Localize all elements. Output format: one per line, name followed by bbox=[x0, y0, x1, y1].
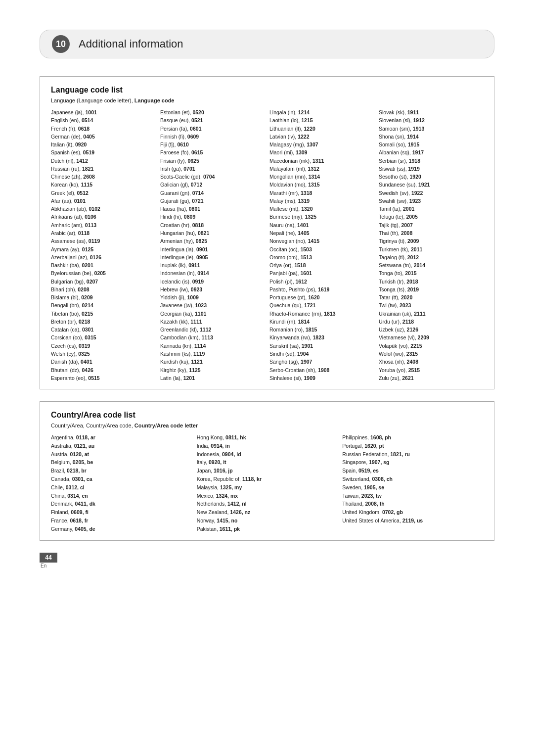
country-entry: Spain, 0519, es bbox=[342, 467, 483, 475]
language-subtitle-text: Language (Language code letter), bbox=[51, 97, 133, 103]
page-lang: En bbox=[41, 563, 46, 568]
lang-entry: Hindi (hi), 0809 bbox=[160, 213, 265, 221]
country-grid: Argentina, 0118, arAustralia, 0121, auAu… bbox=[51, 433, 483, 533]
lang-entry: Somali (so), 1915 bbox=[379, 141, 483, 148]
country-col-1: Hong Kong, 0811, hkIndia, 0914, inIndone… bbox=[197, 433, 338, 533]
lang-col-2: Lingala (ln), 1214Laothian (lo), 1215Lit… bbox=[269, 108, 374, 382]
country-entry: Belgium, 0205, be bbox=[51, 458, 192, 467]
lang-entry: Bislama (bi), 0209 bbox=[51, 293, 155, 301]
lang-entry: Kurdish (ku), 1121 bbox=[160, 358, 265, 366]
lang-entry: Kirundi (rn), 1814 bbox=[269, 318, 374, 326]
lang-entry: Czech (cs), 0319 bbox=[51, 342, 155, 350]
lang-entry: Persian (fa), 0601 bbox=[160, 125, 265, 133]
lang-entry: Slovenian (sl), 1912 bbox=[379, 116, 483, 124]
language-code-box: Language code list Language (Language co… bbox=[40, 76, 494, 389]
country-entry: United Kingdom, 0702, gb bbox=[342, 508, 483, 517]
country-entry: Denmark, 0411, dk bbox=[51, 500, 192, 508]
country-entry: Pakistan, 1611, pk bbox=[197, 525, 338, 533]
lang-entry: Latvian (lv), 1222 bbox=[269, 133, 374, 141]
lang-entry: Nauru (na), 1401 bbox=[269, 221, 374, 229]
lang-entry: Estonian (et), 0520 bbox=[160, 108, 265, 116]
lang-entry: Afar (aa), 0101 bbox=[51, 197, 155, 205]
country-entry: Argentina, 0118, ar bbox=[51, 433, 192, 442]
country-entry: New Zealand, 1426, nz bbox=[197, 508, 338, 517]
lang-entry: Moldavian (mo), 1315 bbox=[269, 181, 374, 189]
lang-entry: Nepali (ne), 1405 bbox=[269, 229, 374, 237]
country-entry: United States of America, 2119, us bbox=[342, 517, 483, 525]
country-entry: China, 0314, cn bbox=[51, 492, 192, 500]
lang-entry: Twi (tw), 2023 bbox=[379, 301, 483, 309]
lang-entry: Maori (mi), 1309 bbox=[269, 148, 374, 156]
lang-entry: Vietnamese (vi), 2209 bbox=[379, 333, 483, 341]
lang-entry: French (fr), 0618 bbox=[51, 125, 155, 133]
lang-entry: Sanskrit (sa), 1901 bbox=[269, 342, 374, 350]
lang-entry: Guarani (gn), 0714 bbox=[160, 189, 265, 197]
lang-entry: Maltese (mt), 1320 bbox=[269, 205, 374, 213]
country-entry: Finland, 0609, fi bbox=[51, 508, 192, 517]
country-box-subtitle: Country/Area, Country/Area code, Country… bbox=[51, 423, 483, 428]
lang-entry: Kannada (kn), 1114 bbox=[160, 342, 265, 350]
lang-entry: Galician (gl), 0712 bbox=[160, 181, 265, 189]
page-number-area: 44 En bbox=[40, 553, 494, 568]
lang-entry: Malayalam (ml), 1312 bbox=[269, 165, 374, 173]
lang-col-3: Slovak (sk), 1911Slovenian (sl), 1912Sam… bbox=[379, 108, 483, 382]
lang-entry: Korean (ko), 1115 bbox=[51, 181, 155, 189]
lang-entry: Swedish (sv), 1922 bbox=[379, 189, 483, 197]
lang-entry: Marathi (mr), 1318 bbox=[269, 189, 374, 197]
lang-entry: German (de), 0405 bbox=[51, 133, 155, 141]
country-entry: Switzerland, 0308, ch bbox=[342, 475, 483, 483]
lang-entry: Armenian (hy), 0825 bbox=[160, 237, 265, 245]
lang-entry: Occitan (oc), 1503 bbox=[269, 245, 374, 253]
lang-entry: Bihari (bh), 0208 bbox=[51, 285, 155, 293]
country-entry: Thailand, 2008, th bbox=[342, 500, 483, 508]
lang-entry: Breton (br), 0218 bbox=[51, 318, 155, 326]
lang-entry: Panjabi (pa), 1601 bbox=[269, 269, 374, 277]
page-number: 44 bbox=[40, 553, 57, 563]
country-entry: Chile, 0312, cl bbox=[51, 483, 192, 492]
lang-entry: Bhutani (dz), 0426 bbox=[51, 366, 155, 374]
country-entry: Netherlands, 1412, nl bbox=[197, 500, 338, 508]
country-entry: Mexico, 1324, mx bbox=[197, 492, 338, 500]
lang-entry: Sesotho (st), 1920 bbox=[379, 173, 483, 181]
lang-entry: Icelandic (is), 0919 bbox=[160, 278, 265, 285]
lang-entry: Faroese (fo), 0615 bbox=[160, 148, 265, 156]
lang-entry: Dutch (nl), 1412 bbox=[51, 157, 155, 165]
country-entry: Russian Federation, 1821, ru bbox=[342, 450, 483, 459]
lang-entry: Greek (el), 0512 bbox=[51, 189, 155, 197]
country-col-2: Philippines, 1608, phPortugal, 1620, ptR… bbox=[342, 433, 483, 533]
lang-entry: Tigrinya (ti), 2009 bbox=[379, 237, 483, 245]
lang-entry: Basque (eu), 0521 bbox=[160, 116, 265, 124]
lang-entry: Sundanese (su), 1921 bbox=[379, 181, 483, 189]
lang-entry: Slovak (sk), 1911 bbox=[379, 108, 483, 116]
country-subtitle-text: Country/Area, Country/Area code, bbox=[51, 423, 133, 428]
lang-entry: Finnish (fi), 0609 bbox=[160, 133, 265, 141]
lang-entry: Laothian (lo), 1215 bbox=[269, 116, 374, 124]
country-col-0: Argentina, 0118, arAustralia, 0121, auAu… bbox=[51, 433, 192, 533]
lang-entry: Azerbaijani (az), 0126 bbox=[51, 253, 155, 261]
country-entry: Taiwan, 2023, tw bbox=[342, 492, 483, 500]
lang-entry: Greenlandic (kl), 1112 bbox=[160, 326, 265, 333]
lang-entry: Hebrew (iw), 0923 bbox=[160, 285, 265, 293]
country-entry: Brazil, 0218, br bbox=[51, 467, 192, 475]
lang-entry: Serbo-Croatian (sh), 1908 bbox=[269, 366, 374, 374]
lang-entry: Swahili (sw), 1923 bbox=[379, 197, 483, 205]
lang-entry: Mongolian (mn), 1314 bbox=[269, 173, 374, 181]
lang-entry: Interlingue (ie), 0905 bbox=[160, 253, 265, 261]
lang-entry: Tsonga (ts), 2019 bbox=[379, 285, 483, 293]
section-number: 10 bbox=[52, 35, 70, 53]
lang-entry: Bengali (bn), 0214 bbox=[51, 301, 155, 309]
lang-entry: Ukrainian (uk), 2111 bbox=[379, 310, 483, 318]
lang-entry: Indonesian (in), 0914 bbox=[160, 269, 265, 277]
lang-entry: English (en), 0514 bbox=[51, 116, 155, 124]
lang-entry: Interlingua (ia), 0901 bbox=[160, 245, 265, 253]
lang-entry: Lithuanian (lt), 1220 bbox=[269, 125, 374, 133]
lang-entry: Yoruba (yo), 2515 bbox=[379, 366, 483, 374]
lang-entry: Abkhazian (ab), 0102 bbox=[51, 205, 155, 213]
lang-entry: Polish (pl), 1612 bbox=[269, 278, 374, 285]
lang-entry: Wolof (wo), 2315 bbox=[379, 350, 483, 358]
country-entry: Philippines, 1608, ph bbox=[342, 433, 483, 442]
lang-entry: Irish (ga), 0701 bbox=[160, 165, 265, 173]
lang-entry: Japanese (ja), 1001 bbox=[51, 108, 155, 116]
lang-entry: Norwegian (no), 1415 bbox=[269, 237, 374, 245]
lang-entry: Lingala (ln), 1214 bbox=[269, 108, 374, 116]
